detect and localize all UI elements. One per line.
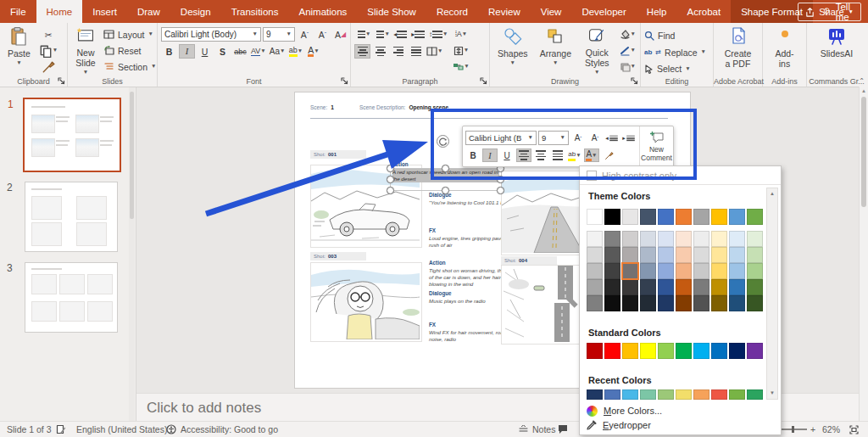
- thumbnail-scrollbar[interactable]: [129, 87, 135, 422]
- numbering-button[interactable]: ▼: [373, 27, 390, 42]
- color-swatch[interactable]: [711, 279, 727, 295]
- color-swatch[interactable]: [676, 247, 692, 263]
- color-swatch[interactable]: [604, 343, 620, 359]
- color-swatch[interactable]: [747, 263, 763, 279]
- mini-font-size-select[interactable]: 9▼: [538, 131, 569, 145]
- mini-justify-button[interactable]: [550, 148, 565, 162]
- color-swatch[interactable]: [587, 279, 603, 295]
- mini-align-left-button[interactable]: [516, 148, 531, 162]
- color-swatch[interactable]: [622, 279, 638, 295]
- select-button[interactable]: Select▼: [644, 62, 706, 76]
- color-swatch[interactable]: [604, 263, 620, 279]
- spell-check-icon[interactable]: [56, 422, 66, 437]
- language-indicator[interactable]: English (United States): [76, 422, 167, 437]
- ribbon-tab[interactable]: Acrobat: [677, 0, 732, 23]
- color-swatch[interactable]: [729, 247, 745, 263]
- find-button[interactable]: Find: [644, 29, 706, 42]
- reset-button[interactable]: Reset: [103, 43, 156, 58]
- justify-button[interactable]: [408, 44, 424, 59]
- resize-handle[interactable]: [442, 187, 449, 194]
- color-swatch[interactable]: [693, 279, 709, 295]
- color-swatch[interactable]: [658, 343, 674, 359]
- strikethrough-button[interactable]: abc: [232, 44, 248, 59]
- ribbon-tab[interactable]: Review: [478, 0, 531, 23]
- resize-handle[interactable]: [387, 165, 394, 172]
- color-swatch[interactable]: [587, 263, 603, 279]
- color-swatch[interactable]: [640, 343, 656, 359]
- color-swatch[interactable]: [747, 295, 763, 311]
- clear-formatting-button[interactable]: A◢: [332, 27, 348, 42]
- color-swatch[interactable]: [729, 343, 745, 359]
- mini-font-color-button[interactable]: A▼: [584, 148, 599, 162]
- resize-handle[interactable]: [497, 187, 504, 194]
- color-swatch[interactable]: [711, 343, 727, 359]
- font-size-select[interactable]: 9▼: [263, 27, 295, 42]
- ribbon-tab[interactable]: Design: [170, 0, 221, 23]
- color-swatch[interactable]: [676, 295, 692, 311]
- color-swatch[interactable]: [587, 295, 603, 311]
- color-swatch[interactable]: [604, 247, 620, 263]
- color-swatch[interactable]: [622, 389, 638, 400]
- font-family-select[interactable]: Calibri Light (Body)▼: [161, 27, 261, 42]
- color-swatch[interactable]: [676, 209, 692, 225]
- color-swatch[interactable]: [622, 209, 638, 225]
- color-swatch[interactable]: [676, 389, 692, 400]
- color-swatch[interactable]: [587, 389, 603, 400]
- increase-indent-button[interactable]: ▸: [410, 27, 426, 42]
- color-swatch[interactable]: [604, 209, 620, 225]
- fit-slide-button[interactable]: [849, 422, 859, 437]
- color-swatch[interactable]: [640, 263, 656, 279]
- color-swatch[interactable]: [622, 295, 638, 311]
- font-color-button[interactable]: A▼: [305, 44, 321, 59]
- drawing-dialog-launcher[interactable]: [631, 77, 638, 85]
- shape-fill-button[interactable]: ▼: [619, 27, 637, 42]
- new-slide-button[interactable]: New Slide ▼: [71, 25, 100, 76]
- layout-button[interactable]: Layout▼: [103, 27, 156, 42]
- slidesai-button[interactable]: SlidesAI: [816, 25, 858, 76]
- color-swatch[interactable]: [676, 263, 692, 279]
- color-swatch[interactable]: [729, 279, 745, 295]
- font-dialog-launcher[interactable]: [341, 77, 348, 85]
- mini-align-center-button[interactable]: [533, 148, 548, 162]
- comments-toggle[interactable]: [558, 422, 568, 437]
- color-swatch[interactable]: [693, 247, 709, 263]
- columns-button[interactable]: ▼: [426, 44, 443, 59]
- color-swatch[interactable]: [658, 295, 674, 311]
- color-swatch[interactable]: [693, 389, 709, 400]
- color-swatch[interactable]: [711, 247, 727, 263]
- new-comment-button[interactable]: New Comment: [639, 126, 673, 166]
- create-pdf-button[interactable]: Create a PDF: [717, 25, 759, 76]
- color-swatch[interactable]: [640, 247, 656, 263]
- color-swatch[interactable]: [729, 209, 745, 225]
- color-swatch[interactable]: [711, 209, 727, 225]
- dropdown-scrollbar[interactable]: ▲ ▼: [766, 188, 778, 400]
- mini-format-painter-button[interactable]: [601, 148, 616, 162]
- paragraph-dialog-launcher[interactable]: [480, 77, 487, 85]
- increase-font-size-button[interactable]: Aˆ: [297, 27, 313, 42]
- color-swatch[interactable]: [711, 231, 727, 247]
- shapes-button[interactable]: Shapes ▼: [493, 25, 532, 76]
- notes-toggle[interactable]: Notes: [519, 422, 555, 437]
- color-swatch[interactable]: [587, 231, 603, 247]
- color-swatch[interactable]: [658, 209, 674, 225]
- align-left-button[interactable]: [354, 44, 370, 59]
- resize-handle[interactable]: [387, 176, 394, 183]
- mini-underline-button[interactable]: U: [499, 148, 515, 162]
- cut-button[interactable]: ✂: [38, 27, 58, 42]
- resize-handle[interactable]: [442, 165, 449, 172]
- ribbon-tab[interactable]: Home: [36, 0, 83, 23]
- italic-button[interactable]: I: [179, 44, 195, 59]
- color-swatch[interactable]: [747, 389, 763, 400]
- ribbon-tab[interactable]: Help: [637, 0, 677, 23]
- add-ins-button[interactable]: Add-ins: [766, 25, 803, 76]
- high-contrast-option[interactable]: High contrast only: [580, 166, 781, 185]
- section-button[interactable]: Section▼: [103, 59, 156, 74]
- color-swatch[interactable]: [587, 209, 603, 225]
- character-spacing-button[interactable]: AV▼: [250, 44, 267, 59]
- mini-bold-button[interactable]: B: [465, 148, 481, 162]
- ribbon-tab[interactable]: Transitions: [221, 0, 289, 23]
- color-swatch[interactable]: [729, 263, 745, 279]
- format-painter-button[interactable]: [38, 59, 58, 74]
- color-swatch[interactable]: [693, 263, 709, 279]
- highlight-color-button[interactable]: ab▼: [287, 44, 303, 59]
